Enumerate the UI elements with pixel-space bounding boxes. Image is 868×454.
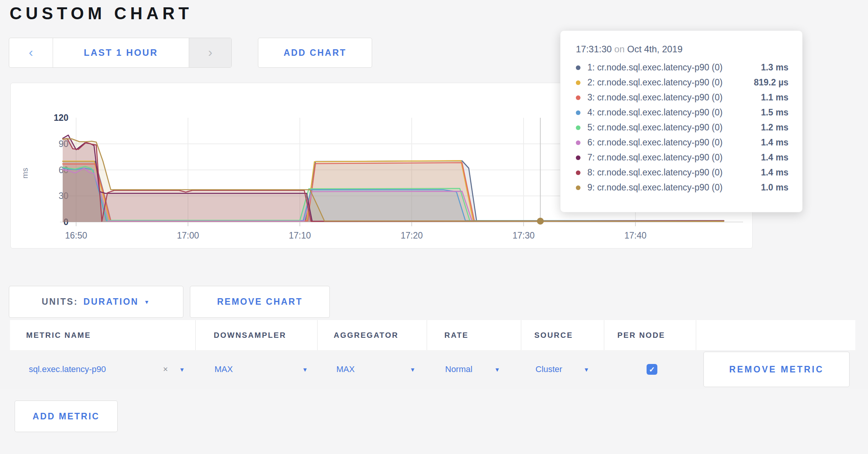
remove-metric-button[interactable]: REMOVE METRIC [703, 352, 850, 387]
series-color-dot [576, 65, 580, 70]
add-metric-label: ADD METRIC [33, 411, 100, 422]
page-title: CUSTOM CHART [10, 4, 193, 23]
y-tick-label: 120 [54, 113, 68, 123]
series-label: 8: cr.node.sql.exec.latency-p90 (0) [587, 167, 761, 178]
units-dropdown[interactable]: UNITS: DURATION ▼ [9, 286, 183, 318]
series-value: 1.4 ms [761, 167, 788, 178]
metric-name-value[interactable]: sql.exec.latency-p90 [29, 350, 106, 389]
header-metric-name: METRIC NAME [26, 320, 91, 350]
x-tick-label: 17:40 [624, 230, 647, 240]
x-tick-label: 17:10 [289, 230, 311, 240]
series-color-dot [576, 125, 580, 130]
header-aggregator: AGGREGATOR [334, 320, 399, 350]
tooltip-timestamp: 17:31:30 on Oct 4th, 2019 [576, 44, 788, 55]
header-rate: RATE [444, 320, 469, 350]
x-tick-label: 17:30 [512, 230, 535, 240]
source-value[interactable]: Cluster [535, 350, 562, 389]
custom-chart-page: CUSTOM CHART ‹ LAST 1 HOUR › ADD CHART 1… [0, 0, 868, 454]
rate-value[interactable]: Normal [445, 350, 472, 389]
time-range-prev-button[interactable]: ‹ [9, 38, 53, 67]
tooltip-row: 5: cr.node.sql.exec.latency-p90 (0)1.2 m… [576, 120, 788, 135]
column-divider [317, 320, 318, 350]
add-metric-button[interactable]: ADD METRIC [15, 401, 118, 432]
column-divider [521, 320, 521, 350]
time-range-next-button[interactable]: › [189, 38, 231, 67]
tooltip-row: 9: cr.node.sql.exec.latency-p90 (0)1.0 m… [576, 180, 788, 195]
metrics-table-header: METRIC NAME DOWNSAMPLER AGGREGATOR RATE … [10, 320, 855, 350]
aggregator-caret-icon[interactable]: ▼ [410, 350, 416, 389]
series-label: 3: cr.node.sql.exec.latency-p90 (0) [587, 92, 761, 103]
tooltip-date: Oct 4th, 2019 [627, 44, 682, 54]
header-source: SOURCE [534, 320, 573, 350]
tooltip-row: 8: cr.node.sql.exec.latency-p90 (0)1.4 m… [576, 165, 788, 180]
series-value: 1.5 ms [761, 107, 788, 118]
series-color-dot [576, 80, 580, 85]
x-tick-label: 16:50 [65, 230, 87, 240]
column-divider [195, 320, 196, 350]
downsampler-caret-icon[interactable]: ▼ [302, 350, 308, 389]
series-color-dot [576, 185, 580, 190]
series-label: 5: cr.node.sql.exec.latency-p90 (0) [587, 122, 761, 133]
tooltip-row: 6: cr.node.sql.exec.latency-p90 (0)1.4 m… [576, 135, 788, 150]
remove-metric-label: REMOVE METRIC [729, 364, 824, 375]
y-axis-unit-label: ms [20, 168, 29, 179]
chevron-down-icon: ▼ [144, 299, 151, 305]
series-value: 1.3 ms [761, 62, 788, 73]
aggregator-value[interactable]: MAX [336, 350, 355, 389]
series-value: 819.2 µs [754, 77, 788, 88]
time-range-dropdown[interactable]: LAST 1 HOUR [53, 38, 189, 67]
add-chart-label: ADD CHART [284, 48, 347, 58]
tooltip-row: 3: cr.node.sql.exec.latency-p90 (0)1.1 m… [576, 90, 788, 105]
series-value: 1.2 ms [761, 122, 788, 133]
units-label: UNITS: [42, 297, 78, 307]
column-divider [427, 320, 427, 350]
header-downsampler: DOWNSAMPLER [214, 320, 286, 350]
remove-chart-label: REMOVE CHART [217, 297, 303, 307]
series-label: 4: cr.node.sql.exec.latency-p90 (0) [587, 107, 761, 118]
series-color-dot [576, 110, 580, 115]
header-per-node: PER NODE [617, 320, 665, 350]
series-value: 1.0 ms [761, 182, 788, 193]
series-label: 2: cr.node.sql.exec.latency-p90 (0) [587, 77, 754, 88]
downsampler-value[interactable]: MAX [215, 350, 233, 389]
series-color-dot [576, 155, 580, 160]
add-chart-button[interactable]: ADD CHART [258, 38, 372, 68]
per-node-checkbox[interactable]: ✓ [647, 364, 657, 375]
check-icon: ✓ [649, 365, 655, 374]
tooltip-legend: 1: cr.node.sql.exec.latency-p90 (0)1.3 m… [576, 60, 788, 195]
clear-metric-icon[interactable]: × [163, 350, 168, 389]
series-label: 7: cr.node.sql.exec.latency-p90 (0) [587, 152, 761, 163]
chevron-left-icon: ‹ [29, 45, 33, 58]
tooltip-time: 17:31:30 [576, 44, 612, 54]
time-range-selector: ‹ LAST 1 HOUR › [9, 38, 232, 68]
series-color-dot [576, 95, 580, 100]
series-label: 1: cr.node.sql.exec.latency-p90 (0) [587, 62, 761, 73]
tooltip-row: 7: cr.node.sql.exec.latency-p90 (0)1.4 m… [576, 150, 788, 165]
series-label: 9: cr.node.sql.exec.latency-p90 (0) [587, 182, 761, 193]
series-value: 1.4 ms [761, 152, 788, 163]
remove-chart-button[interactable]: REMOVE CHART [190, 286, 330, 318]
time-range-label: LAST 1 HOUR [84, 47, 158, 58]
units-value: DURATION [83, 297, 139, 307]
source-caret-icon[interactable]: ▼ [584, 350, 589, 389]
series-value: 1.1 ms [761, 92, 788, 103]
x-tick-label: 17:20 [401, 230, 423, 240]
x-tick-label: 17:00 [177, 230, 199, 240]
hover-point [537, 218, 544, 225]
tooltip-row: 4: cr.node.sql.exec.latency-p90 (0)1.5 m… [576, 105, 788, 120]
column-divider [696, 320, 696, 350]
column-divider [604, 320, 604, 350]
metric-name-caret-icon[interactable]: ▼ [179, 350, 185, 389]
tooltip-row: 1: cr.node.sql.exec.latency-p90 (0)1.3 m… [576, 60, 788, 75]
series-color-dot [576, 170, 580, 175]
tooltip-row: 2: cr.node.sql.exec.latency-p90 (0)819.2… [576, 75, 788, 90]
series-color-dot [576, 140, 580, 145]
series-label: 6: cr.node.sql.exec.latency-p90 (0) [587, 137, 761, 148]
chart-tooltip: 17:31:30 on Oct 4th, 2019 1: cr.node.sql… [560, 30, 803, 212]
rate-caret-icon[interactable]: ▼ [494, 350, 500, 389]
series-value: 1.4 ms [761, 137, 788, 148]
tooltip-on-word: on [614, 44, 625, 54]
chevron-right-icon: › [208, 45, 212, 58]
